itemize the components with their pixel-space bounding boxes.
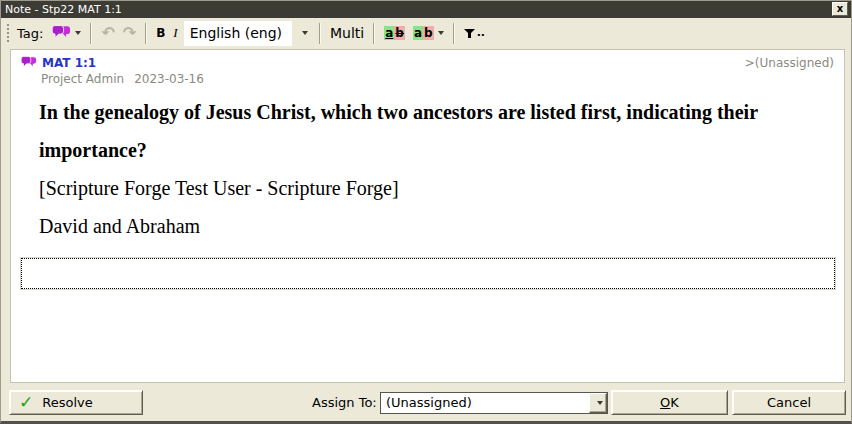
note-answer: David and Abraham bbox=[39, 207, 833, 245]
reply-field-frame bbox=[21, 258, 835, 289]
scripture-reference[interactable]: MAT 1:1 bbox=[42, 56, 96, 70]
toolbar-separator bbox=[90, 23, 92, 44]
filter-button[interactable]: .. bbox=[460, 21, 489, 45]
assign-to-label: Assign To: bbox=[312, 395, 377, 410]
redo-button[interactable]: ↷ bbox=[119, 21, 140, 45]
filter-funnel-icon bbox=[464, 24, 476, 43]
language-value: English (eng) bbox=[184, 21, 292, 46]
resolve-label: Resolve bbox=[42, 395, 92, 410]
toolbar-separator bbox=[373, 23, 375, 44]
ok-button[interactable]: OK bbox=[611, 390, 728, 415]
assign-to-value: (Unassigned) bbox=[381, 393, 589, 413]
note-author: Project Admin bbox=[41, 72, 124, 86]
assigned-status: >(Unassigned) bbox=[745, 56, 834, 70]
ok-label: O bbox=[660, 395, 670, 410]
language-combobox[interactable]: English (eng) bbox=[184, 21, 312, 46]
assign-to-combobox[interactable]: (Unassigned) bbox=[380, 392, 608, 414]
highlight-b: b bbox=[423, 26, 434, 40]
window-title: Note - Stp22 MAT 1:1 bbox=[5, 3, 832, 16]
toolbar: Tag: ↶ ↷ B I English (eng) Multi ab ab bbox=[1, 18, 851, 48]
bold-button[interactable]: B bbox=[152, 21, 169, 45]
italic-button[interactable]: I bbox=[169, 21, 181, 45]
toolbar-separator bbox=[453, 23, 455, 44]
note-date: 2023-03-16 bbox=[134, 72, 204, 86]
toolbar-separator bbox=[145, 23, 147, 44]
note-attribution: [Scripture Forge Test User - Scripture F… bbox=[39, 169, 833, 207]
reply-input[interactable] bbox=[22, 259, 834, 288]
undo-icon: ↶ bbox=[101, 25, 114, 41]
tag-dropdown-button[interactable] bbox=[48, 21, 85, 45]
highlight-dropdown-button[interactable]: ab bbox=[409, 21, 448, 45]
title-bar: Note - Stp22 MAT 1:1 x bbox=[1, 1, 851, 18]
chevron-down-icon bbox=[597, 401, 603, 405]
toolbar-separator bbox=[319, 23, 321, 44]
highlight-strike-button[interactable]: ab bbox=[380, 21, 409, 45]
language-dropdown-button[interactable] bbox=[294, 21, 312, 46]
chevron-down-icon bbox=[302, 31, 308, 35]
note-balloon-icon bbox=[21, 53, 37, 72]
note-window: Note - Stp22 MAT 1:1 x Tag: ↶ ↷ B I Engl… bbox=[0, 0, 852, 424]
chevron-down-icon bbox=[75, 31, 81, 35]
tag-balloon-icon bbox=[52, 24, 71, 43]
highlight-a: a bbox=[413, 26, 423, 40]
assign-dropdown-button[interactable] bbox=[589, 393, 607, 413]
filter-dots: .. bbox=[477, 29, 485, 37]
toolbar-grip[interactable] bbox=[7, 24, 10, 42]
redo-icon: ↷ bbox=[123, 25, 136, 41]
note-meta: Project Admin2023-03-16 bbox=[41, 72, 836, 86]
note-header: MAT 1:1 >(Unassigned) bbox=[19, 55, 836, 70]
tag-label: Tag: bbox=[17, 26, 43, 41]
note-question: In the genealogy of Jesus Christ, which … bbox=[39, 93, 833, 169]
highlight-b: b bbox=[394, 26, 405, 40]
close-button[interactable]: x bbox=[832, 2, 848, 16]
check-icon: ✓ bbox=[19, 394, 33, 411]
note-content: MAT 1:1 >(Unassigned) Project Admin2023-… bbox=[10, 49, 845, 383]
undo-button[interactable]: ↶ bbox=[97, 21, 118, 45]
highlight-a: a bbox=[384, 26, 394, 40]
multi-button[interactable]: Multi bbox=[326, 21, 368, 45]
ok-label-rest: K bbox=[670, 395, 679, 410]
resolve-button[interactable]: ✓ Resolve bbox=[9, 390, 143, 415]
chevron-down-icon bbox=[438, 31, 444, 35]
footer-bar: ✓ Resolve Assign To: (Unassigned) OK Can… bbox=[1, 385, 851, 421]
cancel-button[interactable]: Cancel bbox=[732, 390, 846, 415]
